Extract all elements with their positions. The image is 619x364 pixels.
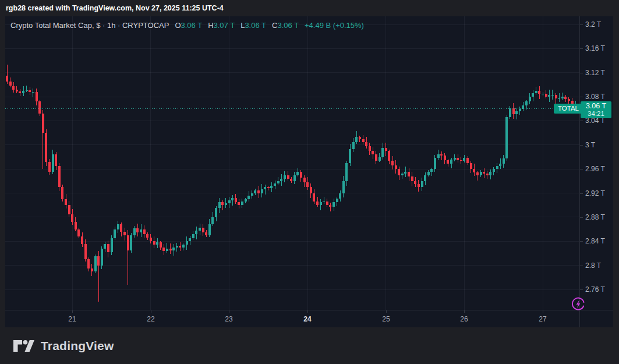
tradingview-logo-icon [13,338,35,354]
symbol-price-flag: TOTAL [554,104,583,114]
attribution-bar: rgb28 created with TradingView.com, Nov … [0,0,619,16]
price-axis-label: 2.96 T [580,165,613,173]
time-axis-label: 25 [376,315,396,323]
footer: TradingView [0,327,619,364]
price-axis-label: 3.12 T [580,69,613,77]
brand-name: TradingView [41,339,114,353]
time-axis-label: 24 [298,315,317,323]
legend-title: Crypto Total Market Cap, $ · 1h · CRYPTO… [10,21,169,30]
legend-close-label: C [272,21,277,30]
legend-low-value: 3.06 T [245,21,266,30]
price-axis[interactable]: 3.06 T 34:21 3.2 T3.16 T3.12 T3.08 T3.04… [579,16,613,327]
price-axis-label: 2.88 T [580,213,613,221]
time-axis-label: 21 [62,315,82,323]
chart-panel: Crypto Total Market Cap, $ · 1h · CRYPTO… [5,16,613,327]
time-axis-label: 23 [219,315,239,323]
time-axis[interactable]: 21222324252627 [5,310,613,327]
time-axis-label: 27 [533,315,553,323]
current-price-value: 3.06 T [581,102,611,110]
chart-legend: Crypto Total Market Cap, $ · 1h · CRYPTO… [10,20,364,30]
legend-open-label: O [175,21,181,30]
time-axis-label: 22 [141,315,161,323]
price-axis-label: 2.76 T [580,285,613,294]
price-axis-label: 3.16 T [580,44,613,52]
price-axis-label: 3.2 T [580,20,613,29]
legend-low-label: L [240,21,245,30]
time-axis-label: 26 [454,315,474,323]
legend-high-label: H [208,21,213,30]
price-axis-label: 2.84 T [580,237,613,245]
bar-countdown: 34:21 [581,110,611,117]
flash-boost-icon[interactable] [571,297,585,311]
price-axis-label: 2.8 T [580,261,613,270]
legend-close-value: 3.06 T [277,21,299,30]
price-axis-label: 3 T [580,141,613,149]
legend-open-value: 3.06 T [181,21,203,30]
legend-change: +4.49 B (+0.15%) [305,21,364,30]
legend-high-value: 3.07 T [214,21,235,30]
price-axis-label: 2.92 T [580,189,613,197]
candlestick-chart[interactable] [5,16,579,310]
price-axis-label: 3.08 T [580,93,613,101]
attribution-text: rgb28 created with TradingView.com, Nov … [6,4,224,12]
current-price-label: 3.06 T 34:21 [581,101,611,118]
